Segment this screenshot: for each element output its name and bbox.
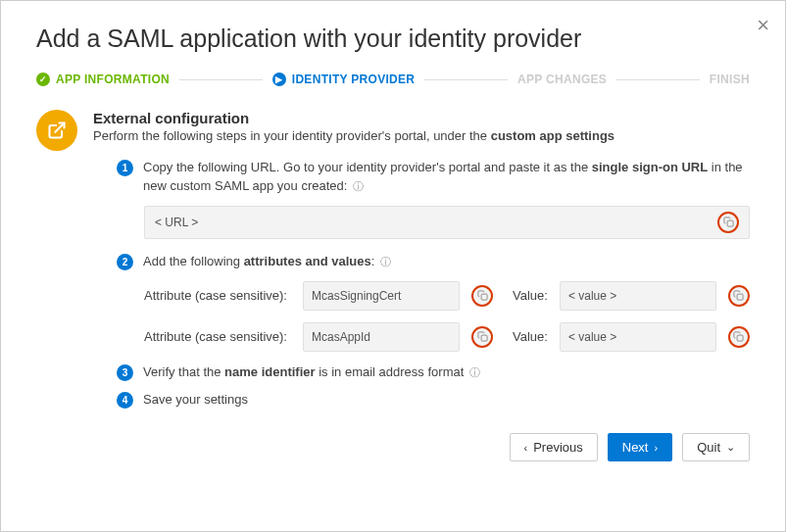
svg-rect-4 (481, 335, 487, 341)
info-icon[interactable]: ⓘ (380, 256, 391, 267)
next-button[interactable]: Next › (608, 433, 672, 461)
step-number-bullet: 4 (117, 392, 133, 409)
step-divider (179, 79, 263, 80)
info-icon[interactable]: ⓘ (353, 180, 364, 192)
attribute-row: Attribute (case sensitive): McasSigningC… (144, 281, 750, 311)
attribute-name-field: McasSigningCert (303, 281, 460, 311)
copy-value-button[interactable] (728, 326, 750, 348)
instruction-step-4: 4 Save your settings (93, 391, 750, 410)
copy-attribute-button[interactable] (471, 326, 493, 348)
wizard-footer: ‹ Previous Next › Quit ⌄ (36, 433, 750, 461)
info-icon[interactable]: ⓘ (469, 366, 480, 378)
step-divider (616, 79, 700, 80)
instruction-step-1: 1 Copy the following URL. Go to your ide… (93, 159, 750, 196)
step-label: APP INFORMATION (56, 73, 170, 86)
previous-button[interactable]: ‹ Previous (510, 433, 598, 461)
step-divider (424, 79, 508, 80)
copy-url-button[interactable] (717, 212, 739, 233)
attribute-value-field: < value > (560, 281, 716, 311)
attribute-value-field: < value > (560, 322, 716, 352)
instruction-step-3: 3 Verify that the name identifier is in … (93, 363, 750, 382)
value-label: Value: (513, 288, 548, 303)
step-app-information: ✓ APP INFORMATION (36, 73, 170, 86)
check-icon: ✓ (36, 73, 50, 86)
step-number-bullet: 2 (117, 254, 133, 270)
attribute-label: Attribute (case sensitive): (144, 329, 291, 344)
attribute-label: Attribute (case sensitive): (144, 288, 291, 303)
step-label: APP CHANGES (517, 73, 607, 86)
sso-url-field: < URL > (144, 206, 750, 239)
step-app-changes: APP CHANGES (517, 73, 607, 86)
attribute-row: Attribute (case sensitive): McasAppId Va… (144, 322, 750, 352)
svg-rect-3 (738, 294, 744, 300)
play-icon: ▶ (272, 73, 286, 86)
close-icon[interactable]: × (757, 13, 769, 38)
step-label: IDENTITY PROVIDER (292, 73, 416, 86)
svg-rect-2 (481, 294, 487, 300)
modal-title: Add a SAML application with your identit… (36, 24, 750, 53)
step-number-bullet: 1 (117, 160, 133, 176)
external-link-icon (36, 110, 77, 151)
copy-attribute-button[interactable] (471, 285, 493, 307)
step-finish: FINISH (710, 73, 750, 86)
sso-url-value: < URL > (155, 216, 198, 229)
step-label: FINISH (710, 73, 750, 86)
step-identity-provider: ▶ IDENTITY PROVIDER (272, 73, 416, 86)
chevron-right-icon: › (654, 442, 658, 454)
svg-line-0 (55, 123, 64, 132)
chevron-left-icon: ‹ (524, 442, 528, 454)
chevron-down-icon: ⌄ (726, 441, 735, 454)
section-subtext: Perform the following steps in your iden… (93, 128, 750, 143)
svg-rect-1 (727, 220, 733, 226)
value-label: Value: (513, 329, 548, 344)
copy-value-button[interactable] (728, 285, 750, 307)
quit-button[interactable]: Quit ⌄ (682, 433, 750, 461)
svg-rect-5 (738, 335, 744, 341)
wizard-stepper: ✓ APP INFORMATION ▶ IDENTITY PROVIDER AP… (36, 73, 750, 86)
step-number-bullet: 3 (117, 364, 133, 381)
section-heading: External configuration (93, 110, 750, 126)
instruction-step-2: 2 Add the following attributes and value… (93, 253, 750, 271)
attribute-name-field: McasAppId (303, 322, 460, 352)
